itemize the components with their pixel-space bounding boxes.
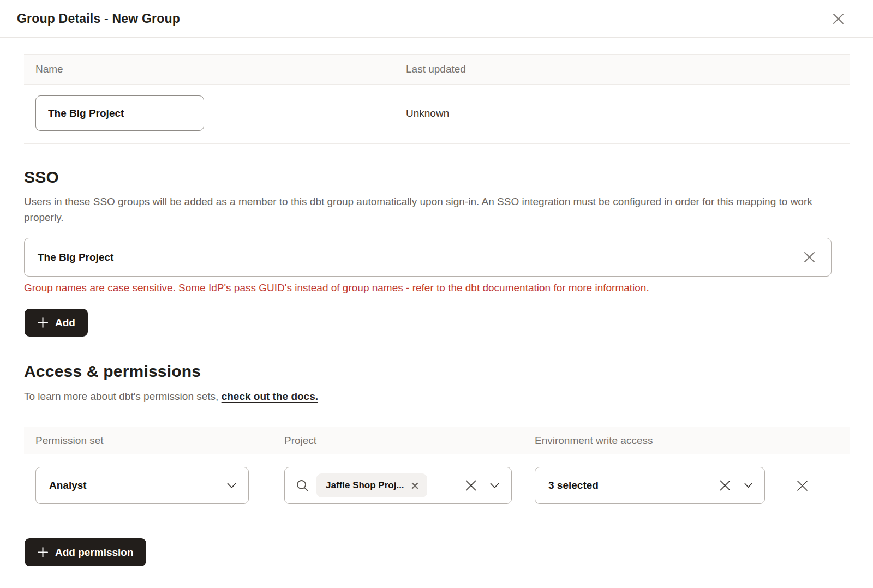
access-heading: Access & permissions [24,362,850,381]
close-icon [464,478,478,493]
add-permission-button-label: Add permission [55,547,134,559]
close-icon [795,478,810,493]
close-icon [802,250,817,265]
permission-set-value: Analyst [49,479,87,491]
sso-section: SSO Users in these SSO groups will be ad… [24,168,850,337]
docs-link[interactable]: check out the docs. [222,391,318,402]
column-header-environment-write-access: Environment write access [523,435,850,447]
chevron-down-icon [744,483,752,488]
add-sso-group-button[interactable]: Add [25,309,88,337]
column-header-name: Name [24,63,394,75]
plus-icon [37,317,49,328]
group-name-input[interactable] [35,95,204,131]
column-header-permission-set: Permission set [24,435,273,447]
sso-group-input[interactable]: The Big Project [24,238,832,277]
chevron-down-icon [227,483,236,489]
permissions-table-header: Permission set Project Environment write… [24,427,850,454]
permission-set-select[interactable]: Analyst [35,467,249,504]
access-permissions-section: Access & permissions To learn more about… [24,362,850,566]
modal-header: Group Details - New Group [0,0,873,38]
close-icon [718,478,732,493]
column-header-project: Project [273,435,523,447]
last-updated-value: Unknown [406,107,449,119]
environment-select[interactable]: 3 selected [535,467,765,504]
project-tag-remove-button[interactable] [411,482,418,489]
access-description-text: To learn more about dbt's permission set… [24,391,222,402]
sso-error-text: Group names are case sensitive. Some IdP… [24,282,850,294]
group-name-row: Unknown [24,85,850,144]
permissions-table: Permission set Project Environment write… [24,427,850,527]
project-clear-button[interactable] [464,478,478,493]
sso-heading: SSO [24,168,850,187]
name-table-header: Name Last updated [24,54,850,85]
close-icon [830,11,846,27]
permission-row: Analyst Jaffle Shop Proj.. [24,454,850,527]
access-description: To learn more about dbt's permission set… [24,388,832,404]
plus-icon [37,547,49,558]
page-title: Group Details - New Group [17,11,180,26]
close-icon [411,482,418,489]
add-permission-button[interactable]: Add permission [25,538,146,566]
group-name-table: Name Last updated Unknown [24,54,850,144]
panel-left-edge [3,0,3,588]
sso-group-clear-button[interactable] [802,250,817,265]
chevron-down-icon [490,483,499,489]
modal-content: Name Last updated Unknown SSO Users in t… [0,38,873,566]
environment-clear-button[interactable] [718,478,732,493]
environment-value: 3 selected [548,479,599,491]
sso-group-input-value: The Big Project [38,251,802,263]
close-button[interactable] [830,11,846,27]
project-tag: Jaffle Shop Proj... [316,473,427,497]
sso-description: Users in these SSO groups will be added … [24,194,832,225]
project-multiselect[interactable]: Jaffle Shop Proj... [284,467,512,504]
remove-permission-row-button[interactable] [795,478,810,493]
add-button-label: Add [55,317,75,329]
column-header-last-updated: Last updated [394,63,850,75]
search-icon [296,479,309,493]
project-tag-label: Jaffle Shop Proj... [326,480,404,491]
